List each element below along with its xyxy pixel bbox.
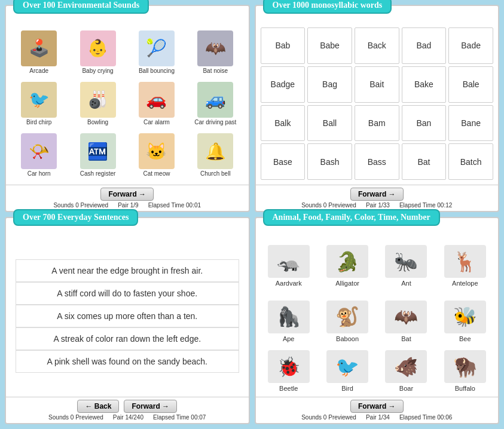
car-driving-icon: 🚙 [197,82,233,118]
church-label: Church bell [200,170,231,177]
sound-item-car-driving[interactable]: 🚙 Car driving past [187,79,243,128]
sentences-forward-button[interactable]: Forward → [124,400,177,413]
animal-item-ape[interactable]: 🦍 Ape [261,295,317,348]
word-cell-bale[interactable]: Bale [448,66,493,103]
sentences-elapsed: Elapsed Time 00:07 [153,414,206,421]
sound-item-arcade[interactable]: 🕹️ Arcade [11,27,67,76]
animal-item-buffalo[interactable]: 🦬 Buffalo [437,350,493,392]
animal-item-bird[interactable]: 🐦 Bird [319,350,375,392]
sentence-item-2[interactable]: A stiff cord will do to fasten your shoe… [16,282,239,305]
animal-item-antelope[interactable]: 🦌 Antelope [437,240,493,293]
animals-panel: Animal, Food, Family, Color, Time, Numbe… [255,217,500,424]
sound-item-bowling[interactable]: 🎳 Bowling [69,79,126,128]
bat-animal-icon: 🦇 [385,301,427,333]
word-cell-bash[interactable]: Bash [307,143,352,180]
word-cell-back[interactable]: Back [355,27,399,64]
sentences-back-button[interactable]: ← Back [77,400,119,413]
words-forward-button[interactable]: Forward → [350,188,404,201]
sounds-forward-button[interactable]: Forward → [100,188,154,201]
sound-item-bird[interactable]: 🐦 Bird chirp [11,79,67,128]
cash-register-icon: 🏧 [80,133,116,169]
aardvark-icon: 🦡 [268,245,310,278]
beetle-icon: 🐞 [268,350,310,383]
sounds-pair: Pair 1/9 [118,202,138,209]
word-cell-bab[interactable]: Bab [261,27,306,64]
bee-label: Bee [459,335,471,342]
sound-item-ball[interactable]: 🎾 Ball bouncing [129,27,185,76]
sentences-panel: Over 700 Everyday Sentences A vent near … [5,217,250,424]
sound-item-car-horn[interactable]: 📯 Car horn [11,131,67,180]
word-cell-bake[interactable]: Bake [402,66,447,103]
animal-item-bat[interactable]: 🦇 Bat [378,295,434,348]
animal-item-baboon[interactable]: 🐒 Baboon [319,295,375,348]
baby-icon: 👶 [80,30,116,66]
word-cell-batch[interactable]: Batch [448,143,493,180]
word-cell-balk[interactable]: Balk [261,105,306,142]
animal-item-beetle[interactable]: 🐞 Beetle [261,350,317,392]
alligator-icon: 🐊 [326,245,368,278]
car-horn-label: Car horn [28,170,51,177]
church-bell-icon: 🔔 [197,133,233,169]
word-cell-base[interactable]: Base [261,143,306,180]
baby-label: Baby crying [82,68,113,74]
sound-item-church[interactable]: 🔔 Church bell [187,131,243,180]
ball-icon: 🎾 [139,30,175,66]
animals-forward-button[interactable]: Forward → [350,400,404,413]
bowling-icon: 🎳 [80,82,116,118]
word-cell-babe[interactable]: Babe [307,27,352,64]
boar-label: Boar [399,385,413,392]
bat-label: Bat noise [203,68,228,74]
animals-status-bar: Sounds 0 Previewed Pair 1/34 Elapsed Tim… [301,414,452,421]
sounds-panel: Over 100 Environmental Sounds 🕹️ Arcade … [5,5,250,212]
word-cell-bad[interactable]: Bad [402,27,447,64]
words-pair: Pair 1/33 [366,202,390,209]
sentence-item-3[interactable]: A six comes up more often than a ten. [16,305,239,327]
word-cell-ball[interactable]: Ball [307,105,352,142]
car-horn-icon: 📯 [21,133,57,169]
bird-icon: 🐦 [21,82,57,118]
word-cell-bam[interactable]: Bam [355,105,399,142]
word-cell-ban[interactable]: Ban [402,105,447,142]
sentence-item-1[interactable]: A vent near the edge brought in fresh ai… [16,259,239,282]
sound-item-car-alarm[interactable]: 🚗 Car alarm [129,79,185,128]
word-cell-bane[interactable]: Bane [448,105,493,142]
alligator-label: Alligator [335,280,359,287]
animals-title: Animal, Food, Family, Color, Time, Numbe… [273,213,430,222]
sentences-pair: Pair 14/240 [113,414,143,421]
bowling-label: Bowling [87,119,108,125]
sentence-item-5[interactable]: A pink shell was found on the sandy beac… [16,350,239,373]
sounds-title: Over 100 Environmental Sounds [23,1,139,10]
buffalo-icon: 🦬 [444,350,486,383]
sounds-elapsed: Elapsed Time 00:01 [148,202,201,209]
bird-label: Bird chirp [26,119,51,125]
sounds-header-container: Over 100 Environmental Sounds [13,0,149,14]
animals-grid: 🦡 Aardvark 🐊 Alligator 🐜 Ant 🦌 Antelope … [256,235,499,397]
boar-icon: 🐗 [385,350,427,383]
sentences-footer: ← Back Forward → Sounds 0 Previewed Pair… [6,397,249,423]
words-header-box: Over 1000 monosyllabic words [263,0,392,14]
animal-item-aardvark[interactable]: 🦡 Aardvark [261,240,317,293]
sentence-item-4[interactable]: A streak of color ran down the left edge… [16,327,239,350]
sound-item-cash[interactable]: 🏧 Cash register [69,131,126,180]
bat-animal-label: Bat [401,335,411,342]
ape-label: Ape [283,335,295,342]
word-cell-badge[interactable]: Badge [261,66,306,103]
sound-item-bat[interactable]: 🦇 Bat noise [187,27,243,76]
word-cell-bait[interactable]: Bait [355,66,399,103]
sentences-btn-row: ← Back Forward → [77,400,177,413]
sound-item-baby[interactable]: 👶 Baby crying [69,27,126,76]
animal-item-ant[interactable]: 🐜 Ant [378,240,434,293]
words-panel: Over 1000 monosyllabic words Bab Babe Ba… [255,5,500,212]
sound-item-cat[interactable]: 🐱 Cat meow [129,131,185,180]
word-cell-bat[interactable]: Bat [402,143,447,180]
animal-item-alligator[interactable]: 🐊 Alligator [319,240,375,293]
word-cell-bag[interactable]: Bag [307,66,352,103]
word-cell-bade[interactable]: Bade [448,27,493,64]
word-cell-bass[interactable]: Bass [355,143,399,180]
sounds-grid: 🕹️ Arcade 👶 Baby crying 🎾 Ball bouncing … [6,23,249,185]
animal-item-bee[interactable]: 🐝 Bee [437,295,493,348]
arcade-icon: 🕹️ [21,30,57,66]
cat-icon: 🐱 [139,133,175,169]
animals-elapsed: Elapsed Time 00:06 [399,414,452,421]
animal-item-boar[interactable]: 🐗 Boar [378,350,434,392]
